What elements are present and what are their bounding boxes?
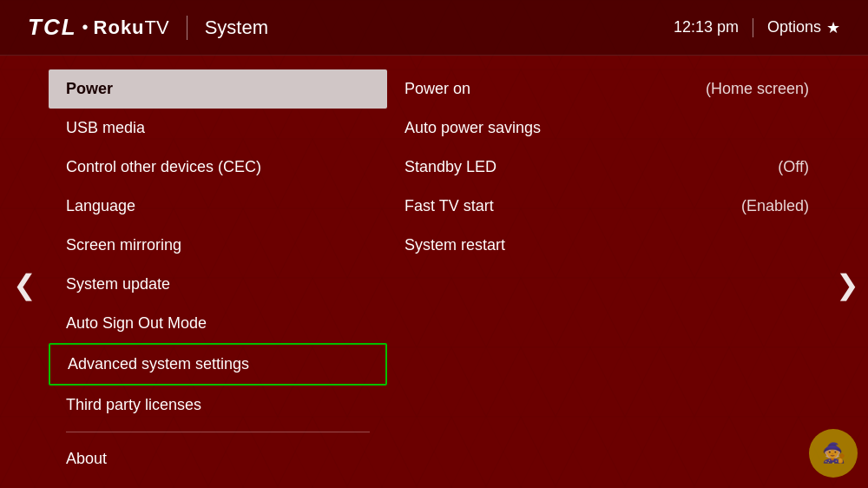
header-time: 12:13 pm [674, 18, 739, 36]
sidebar-item-3[interactable]: Language [49, 187, 387, 226]
right-panel-item-0[interactable]: Power on(Home screen) [404, 69, 826, 109]
options-label: Options [767, 18, 821, 36]
sidebar-item-9[interactable]: About [49, 439, 387, 478]
right-item-label-2: Standby LED [404, 158, 496, 176]
right-panel-item-3[interactable]: Fast TV start(Enabled) [404, 187, 826, 226]
right-panel-item-2[interactable]: Standby LED(Off) [404, 148, 826, 187]
right-item-value-0: (Home screen) [706, 80, 809, 98]
header-divider [187, 16, 187, 40]
sidebar-item-2[interactable]: Control other devices (CEC) [49, 148, 387, 187]
sidebar-divider-8 [66, 432, 370, 432]
nav-right-button[interactable]: ❯ [826, 56, 868, 488]
header-title: System [205, 16, 268, 39]
header-right: 12:13 pm Options ★ [674, 18, 840, 37]
nav-left-button[interactable]: ❮ [0, 56, 49, 488]
logo-tv: TV [145, 16, 169, 39]
right-item-value-3: (Enabled) [741, 197, 809, 215]
logo-roku: Roku [94, 16, 145, 39]
logo-tcl: TCL [28, 14, 77, 41]
right-arrow-icon: ❯ [836, 268, 859, 301]
left-arrow-icon: ❮ [13, 268, 36, 301]
right-panel: Power on(Home screen)Auto power savingsS… [387, 56, 826, 488]
right-item-label-0: Power on [404, 80, 470, 98]
right-item-label-1: Auto power savings [404, 119, 541, 137]
sidebar-item-8[interactable]: Third party licenses [49, 386, 387, 425]
sidebar-item-7[interactable]: Advanced system settings [49, 343, 387, 386]
sidebar-item-4[interactable]: Screen mirroring [49, 226, 387, 265]
sidebar-item-1[interactable]: USB media [49, 109, 387, 148]
sidebar-item-5[interactable]: System update [49, 265, 387, 304]
sidebar-item-6[interactable]: Auto Sign Out Mode [49, 304, 387, 343]
main-content: ❮ PowerUSB mediaControl other devices (C… [0, 56, 868, 488]
header-divider2 [753, 18, 753, 37]
options-button[interactable]: Options ★ [767, 18, 840, 37]
header-left: TCL • Roku TV System [28, 14, 268, 41]
sidebar-item-0[interactable]: Power [49, 69, 387, 109]
header: TCL • Roku TV System 12:13 pm Options ★ [0, 0, 868, 56]
options-icon: ★ [826, 18, 840, 37]
watermark-logo: 🧙 [809, 429, 858, 478]
watermark: 🧙 [809, 429, 858, 478]
right-item-label-4: System restart [404, 236, 505, 254]
right-item-label-3: Fast TV start [404, 197, 494, 215]
right-panel-item-1[interactable]: Auto power savings [404, 109, 826, 148]
sidebar: PowerUSB mediaControl other devices (CEC… [49, 56, 387, 488]
right-item-value-2: (Off) [778, 158, 809, 176]
logo-dot: • [82, 17, 89, 37]
right-panel-item-4[interactable]: System restart [404, 226, 826, 265]
sidebar-item-10[interactable]: ZIP Code [49, 478, 387, 488]
